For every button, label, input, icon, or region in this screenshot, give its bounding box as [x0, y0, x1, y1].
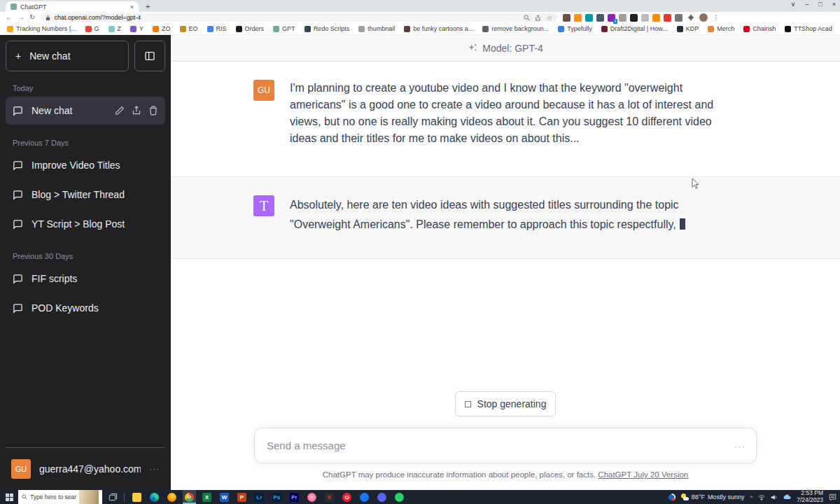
- extension-icon[interactable]: [574, 14, 582, 22]
- bookmark-item[interactable]: RIS: [207, 25, 227, 32]
- taskbar-app-indigo[interactable]: [375, 490, 388, 504]
- delete-chat-icon[interactable]: [148, 106, 158, 115]
- taskbar-app-whatsapp[interactable]: [393, 490, 406, 504]
- extension-icon[interactable]: [630, 14, 638, 22]
- taskbar-app-pink[interactable]: [305, 490, 318, 504]
- browser-toolbar: ← → ↻ chat.openai.com/?model=gpt-4 ☆ 1: [0, 12, 840, 23]
- taskbar-app-lightroom[interactable]: Lr: [253, 490, 266, 504]
- tray-app-icon[interactable]: [668, 493, 676, 501]
- new-tab-button[interactable]: +: [146, 2, 150, 12]
- bookmark-item[interactable]: EO: [180, 25, 198, 32]
- action-center-icon[interactable]: [829, 493, 836, 501]
- extension-icon[interactable]: [596, 14, 604, 22]
- onedrive-cloud-icon[interactable]: [783, 494, 791, 500]
- bookmark-item[interactable]: KDP: [677, 25, 699, 32]
- window-close-button[interactable]: ×: [832, 1, 836, 8]
- taskbar-app-excel[interactable]: X: [200, 490, 214, 504]
- extension-icon[interactable]: [619, 14, 626, 22]
- taskbar-search[interactable]: Type here to search: [18, 490, 102, 504]
- address-bar[interactable]: chat.openai.com/?model=gpt-4 ☆: [40, 13, 558, 22]
- browser-profile-avatar[interactable]: [699, 13, 708, 22]
- taskbar-app-vivaldi[interactable]: V: [323, 490, 336, 504]
- network-icon[interactable]: [758, 494, 765, 500]
- taskbar-app-chrome[interactable]: [183, 490, 196, 504]
- bookmark-item[interactable]: thumbnail: [358, 25, 395, 32]
- extension-icon[interactable]: [563, 14, 570, 22]
- extension-icon[interactable]: [675, 14, 682, 22]
- taskbar-weather[interactable]: 88°F Mostly sunny: [681, 493, 745, 501]
- sidebar-item-new-chat[interactable]: New chat: [6, 97, 165, 125]
- bookmark-star-icon[interactable]: ☆: [546, 14, 552, 22]
- tray-expand-chevron-icon[interactable]: ^: [750, 494, 752, 500]
- extension-icon[interactable]: 1: [608, 14, 615, 22]
- sidebar-item-yt-script-blog-post[interactable]: YT Script > Blog Post: [6, 210, 165, 238]
- taskbar-app-opera[interactable]: O: [340, 490, 354, 504]
- lock-icon[interactable]: [46, 15, 50, 21]
- new-chat-button[interactable]: + New chat: [6, 41, 129, 71]
- version-link[interactable]: ChatGPT July 20 Version: [598, 470, 688, 479]
- tab-close-icon[interactable]: ×: [130, 4, 134, 10]
- forward-icon[interactable]: →: [18, 14, 24, 21]
- volume-icon[interactable]: [771, 494, 778, 500]
- taskbar-app-photoshop[interactable]: Ps: [270, 490, 284, 504]
- extension-icon[interactable]: [664, 14, 671, 22]
- bookmark-label: Orders: [245, 25, 265, 32]
- url-text: chat.openai.com/?model=gpt-4: [54, 14, 520, 21]
- taskbar-app-firefox[interactable]: [165, 490, 178, 504]
- stop-generating-button[interactable]: Stop generating: [455, 391, 556, 416]
- bookmark-item[interactable]: remove backgroun...: [482, 25, 549, 32]
- bookmark-item[interactable]: Chairish: [743, 25, 776, 32]
- extensions-puzzle-icon[interactable]: [687, 14, 694, 21]
- taskbar-app-file-explorer[interactable]: [130, 490, 144, 504]
- share-icon[interactable]: [535, 15, 541, 21]
- taskbar-app-blue[interactable]: [358, 490, 371, 504]
- collapse-sidebar-button[interactable]: [134, 41, 165, 71]
- bookmark-item[interactable]: Z: [108, 25, 122, 32]
- bookmark-item[interactable]: Y: [130, 25, 144, 32]
- bookmark-item[interactable]: Orders: [236, 25, 265, 32]
- taskbar-app-edge[interactable]: [148, 490, 161, 504]
- model-header: Model: GPT-4: [171, 35, 840, 62]
- extension-icon[interactable]: [652, 14, 660, 22]
- bookmark-item[interactable]: GPT: [273, 25, 295, 32]
- bookmark-item[interactable]: Draft2Digital | How...: [601, 25, 668, 32]
- bookmark-item[interactable]: Redo Scripts: [304, 25, 350, 32]
- taskbar-clock[interactable]: 2:53 PM 7/24/2023: [797, 490, 823, 504]
- bookmark-item[interactable]: Tracking Numbers |...: [7, 25, 76, 32]
- bookmark-item[interactable]: be funky cartoons a...: [404, 25, 473, 32]
- start-button[interactable]: [0, 490, 18, 504]
- share-chat-icon[interactable]: [132, 106, 141, 115]
- browser-menu-kebab-icon[interactable]: ⋮: [713, 14, 719, 21]
- sidebar-item-pod-keywords[interactable]: POD Keywords: [6, 294, 165, 322]
- sidebar-item-improve-video-titles[interactable]: Improve Video Titles: [6, 151, 165, 179]
- section-label-previous-7-days: Previous 7 Days: [6, 126, 165, 151]
- window-minimize-button[interactable]: –: [805, 1, 808, 8]
- account-options-icon[interactable]: ···: [149, 464, 160, 474]
- reload-icon[interactable]: ↻: [29, 14, 35, 21]
- sidebar-item-blog-twitter-thread[interactable]: Blog > Twitter Thread: [6, 181, 165, 209]
- extension-icon[interactable]: [641, 14, 649, 22]
- bookmark-item[interactable]: ZO: [153, 25, 171, 32]
- browser-tab[interactable]: ChatGPT ×: [6, 1, 139, 12]
- bookmark-favicon: [207, 26, 214, 32]
- taskbar-app-premiere[interactable]: Pr: [288, 490, 301, 504]
- extension-icon[interactable]: [585, 14, 593, 22]
- window-maximize-button[interactable]: □: [818, 1, 822, 8]
- bookmark-item[interactable]: Merch: [708, 25, 734, 32]
- bookmark-item[interactable]: Typefully: [558, 25, 592, 32]
- sidebar-item-label: New chat: [31, 105, 106, 116]
- back-icon[interactable]: ←: [6, 14, 13, 21]
- edit-chat-icon[interactable]: [115, 106, 125, 115]
- window-menu-chevron-icon[interactable]: ∨: [791, 1, 796, 8]
- bookmark-item[interactable]: G: [85, 25, 99, 32]
- task-view-icon[interactable]: [108, 493, 118, 502]
- taskbar-app-word[interactable]: W: [218, 490, 231, 504]
- tab-title: ChatGPT: [20, 4, 127, 10]
- zoom-icon[interactable]: [524, 15, 530, 21]
- taskbar-app-powerpoint[interactable]: P: [235, 490, 248, 504]
- message-input[interactable]: [254, 428, 757, 463]
- account-menu[interactable]: GU guerra447@yahoo.com ···: [6, 454, 165, 484]
- sidebar-item-fif-scripts[interactable]: FIF scripts: [6, 265, 165, 293]
- bookmark-item[interactable]: TTShop Acad: [785, 25, 832, 32]
- footer-disclaimer: ChatGPT may produce inaccurate informati…: [323, 470, 596, 479]
